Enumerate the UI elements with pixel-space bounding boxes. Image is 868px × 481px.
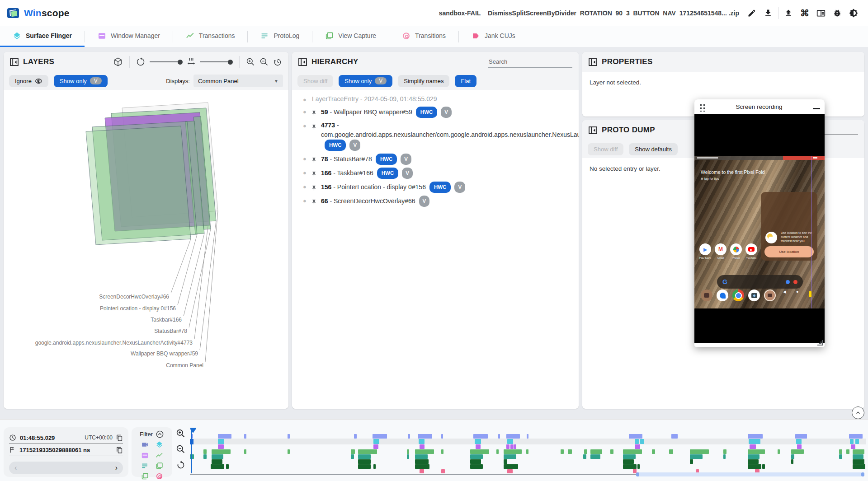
timeline-range-selector[interactable]	[636, 472, 864, 476]
pin-icon[interactable]	[311, 197, 317, 206]
ignore-button[interactable]: Ignore	[9, 75, 48, 87]
tab-transactions[interactable]: Transactions	[173, 26, 248, 47]
collapse-filter-icon[interactable]	[156, 430, 164, 439]
tab-protolog[interactable]: ProtoLog	[248, 26, 312, 47]
collapse-panel-icon[interactable]	[298, 58, 307, 66]
transactions-event	[669, 449, 673, 454]
hierarchy-search-input[interactable]: Search	[488, 56, 572, 68]
transactions-event	[496, 449, 499, 454]
hierarchy-layer-row[interactable]: ●66 - ScreenDecorHwcOverlay#66V	[298, 196, 572, 207]
timeline-cursor-head[interactable]	[190, 429, 196, 433]
tab-jank-cujs[interactable]: Jank CUJs	[459, 26, 528, 47]
shortcuts-button[interactable]: ⌘	[797, 5, 813, 21]
collapse-timeline-button[interactable]	[852, 406, 864, 419]
timeline-range-start[interactable]	[636, 472, 639, 476]
bug-button[interactable]	[829, 5, 845, 21]
copy-icon[interactable]	[116, 447, 123, 453]
hierarchy-layer-row[interactable]: ●156 - PointerLocation - display 0#156HW…	[298, 182, 572, 193]
timestamp-value: 01:48:55.029	[20, 434, 55, 441]
transactions-event	[244, 449, 246, 454]
phone-app-row: ▶Play StoreMGmailPhotos▶YouTube	[694, 243, 762, 259]
show-diff-button[interactable]: Show diff	[297, 75, 333, 87]
show-only-button[interactable]: Show onlyV	[339, 75, 392, 87]
hierarchy-root-entry[interactable]: ●LayerTraceEntry - 2024-05-09, 01:48:55.…	[298, 94, 572, 104]
tab-view-capture[interactable]: View Capture	[312, 26, 389, 47]
tab-window-manager[interactable]: Window Manager	[85, 26, 173, 47]
displays-select[interactable]: Common Panel▼	[193, 75, 283, 87]
transactions-event	[407, 449, 409, 454]
tab-label: Transitions	[415, 32, 446, 39]
window-filter-icon[interactable]	[141, 451, 149, 459]
layers-filter-icon[interactable]	[155, 440, 163, 448]
ns-time-row[interactable]: 1715219335029888061 ns	[9, 444, 123, 456]
pointer-crosshair	[811, 156, 811, 308]
flat-button[interactable]: Flat	[455, 75, 476, 87]
screen-recording-window[interactable]: Screen recording Welcome to the first Pi…	[694, 99, 825, 347]
timeline-reset-zoom-icon[interactable]	[176, 460, 185, 469]
download-button[interactable]	[760, 5, 776, 21]
hierarchy-layer-row[interactable]: ●78 - StatusBar#78HWCV	[298, 154, 572, 165]
zoom-out-icon[interactable]	[259, 57, 269, 66]
minimize-icon[interactable]	[813, 108, 820, 109]
rotation-slider[interactable]	[150, 60, 183, 65]
swirl-filter-icon[interactable]	[155, 472, 163, 480]
toolbar-divider	[778, 7, 778, 19]
timeline-canvas[interactable]	[190, 427, 866, 478]
rotation-icon	[136, 57, 145, 66]
hierarchy-layer-row[interactable]: ●166 - Taskbar#166HWCV	[298, 168, 572, 179]
book-button[interactable]	[813, 5, 829, 21]
hwc-chip: HWC	[416, 107, 437, 118]
reset-view-icon[interactable]	[273, 57, 282, 66]
screen-recording-event	[373, 434, 387, 439]
timeline-zoom-in-icon[interactable]	[176, 429, 185, 438]
chart-filter-icon[interactable]	[155, 451, 163, 459]
theme-button[interactable]	[845, 5, 862, 21]
drag-handle-icon[interactable]	[699, 103, 705, 112]
loaded-file-title: sandbox-FAIL__DismissSplitScreenByDivide…	[439, 9, 739, 17]
human-time-row[interactable]: 01:48:55.029 UTC+00:00	[9, 432, 123, 444]
pin-icon[interactable]	[311, 183, 317, 192]
pin-icon[interactable]	[311, 155, 317, 164]
tab-label: Window Manager	[111, 32, 160, 39]
screen-recording-titlebar[interactable]: Screen recording	[694, 99, 825, 114]
tab-transitions[interactable]: Transitions	[389, 26, 458, 47]
zoom-in-icon[interactable]	[246, 57, 255, 66]
hierarchy-layer-row[interactable]: ●59 - Wallpaper BBQ wrapper#59HWCV	[298, 107, 572, 118]
collapse-panel-icon[interactable]	[589, 58, 597, 66]
edit-button[interactable]	[744, 5, 760, 21]
collapse-panel-icon[interactable]	[10, 58, 19, 66]
timeline-cursor[interactable]	[191, 430, 192, 473]
layer-sheet[interactable]	[86, 126, 191, 245]
transactions-event	[441, 449, 443, 454]
list-filter-icon[interactable]	[141, 462, 149, 470]
proto-show-defaults-button[interactable]: Show defaults	[629, 143, 678, 155]
copy-icon[interactable]	[116, 434, 123, 441]
pin-icon[interactable]	[311, 108, 317, 117]
timeline-range-end[interactable]	[861, 472, 864, 476]
square-filter-icon[interactable]	[155, 462, 163, 470]
square-filter-icon[interactable]	[141, 472, 149, 480]
prev-frame-button[interactable]: ‹	[14, 464, 17, 472]
videocam-filter-icon[interactable]	[141, 440, 149, 448]
hierarchy-layer-row[interactable]: ●4773 - com.google.android.apps.nexuslau…	[298, 121, 572, 151]
screen-recording-event	[527, 434, 528, 439]
window-manager-event	[218, 444, 224, 449]
surface-flinger-event	[749, 439, 760, 444]
collapse-panel-icon[interactable]	[589, 126, 597, 134]
timeline-zoom-out-icon[interactable]	[176, 444, 185, 454]
pin-icon[interactable]	[311, 169, 317, 178]
spacing-slider[interactable]	[200, 60, 233, 65]
resize-handle[interactable]	[817, 340, 823, 346]
proto-show-diff-button[interactable]: Show diff	[588, 143, 623, 155]
upload-button[interactable]	[780, 5, 797, 21]
eye-icon	[35, 77, 42, 85]
app-title: Winscope	[24, 8, 70, 19]
selected-trace-band	[190, 439, 866, 444]
layers-3d-canvas[interactable]: ScreenDecorHwcOverlay#66PointerLocation …	[4, 90, 288, 388]
tab-surface-flinger[interactable]: Surface Flinger	[0, 26, 85, 47]
pin-icon[interactable]	[311, 122, 317, 131]
next-frame-button[interactable]: ›	[115, 464, 118, 472]
show-only-button[interactable]: Show onlyV	[54, 75, 108, 87]
3d-view-icon[interactable]	[113, 57, 123, 67]
simplify-names-button[interactable]: Simplify names	[398, 75, 449, 87]
